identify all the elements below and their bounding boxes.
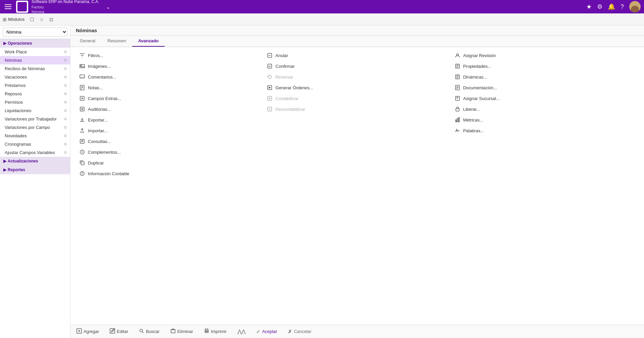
external-link-icon-ajustar: ⧉ [64,150,67,155]
toolbar-row: ⊞ Módulos ☐ ☆ ⊡ [0,13,644,26]
cancelar-button[interactable]: ✗ Cancelar [285,327,314,336]
tab-general[interactable]: General [74,36,101,47]
external-button[interactable]: ⊡ [49,17,53,22]
external-link-icon: ⧉ [64,50,67,54]
sidebar-item-workplace[interactable]: Work Place ⧉ [0,48,70,56]
action-contabilizar[interactable]: Contabilizar [263,93,451,103]
action-exportar[interactable]: Exportar... [76,115,263,125]
modules-button[interactable]: ⊞ Módulos [3,17,24,22]
sidebar-item-nominas[interactable]: Nóminas ⧉ [0,56,70,64]
comentarios-icon [79,74,85,80]
notas-icon [79,85,85,91]
action-filtros[interactable]: Filtros... [76,50,263,60]
sidebar-item-recibos[interactable]: Recibos de Nóminas ⧉ [0,64,70,73]
propiedades-icon [454,63,461,69]
section-actualizaciones[interactable]: ▶ Actualizaciones [0,157,70,165]
avatar[interactable] [629,1,641,12]
window-button[interactable]: ☐ [30,17,34,22]
sidebar-item-permisos[interactable]: Permisos ⧉ [0,98,70,106]
agregar-button[interactable]: Agregar [74,327,102,336]
cancelar-icon: ✗ [288,329,292,335]
section-operaciones[interactable]: ▶ Operaciones [0,39,70,48]
importar-label: Importar... [88,128,108,133]
action-confirmar[interactable]: Confirmar [263,61,451,71]
menu-button[interactable] [3,3,13,10]
action-dinamicas[interactable]: Dinámicas... [451,72,639,82]
action-asignar-revision[interactable]: Asignar Revisión [451,50,639,60]
gear-icon[interactable]: ⚙ [597,3,602,10]
svg-rect-31 [457,118,458,122]
action-palabras[interactable]: Palabras... [451,126,639,136]
sidebar-item-prestamos[interactable]: Préstamos ⧉ [0,81,70,90]
buscar-button[interactable]: Buscar [136,327,162,336]
imprimir-icon [204,328,209,335]
editar-button[interactable]: Editar [107,327,131,336]
module-select-container[interactable]: Nómina [0,26,70,39]
action-consultas[interactable]: Consultas... [76,136,263,146]
expand-button[interactable]: ⋀⋀ [235,327,248,336]
tab-resumen[interactable]: Resumen [101,36,132,47]
sidebar-item-variaciones-trabajador[interactable]: Variaciones por Trabajador ⧉ [0,115,70,123]
action-anular[interactable]: Anular [263,50,451,60]
favorite-button[interactable]: ☆ [40,17,44,22]
sidebar-item-novedades[interactable]: Novedades ⧉ [0,132,70,140]
action-campos-extras[interactable]: Campos Extras... [76,93,263,103]
action-reversar[interactable]: Reversar [263,72,451,82]
dropdown-arrow-icon[interactable]: ⌄ [106,4,110,10]
section-actualizaciones-label: Actualizaciones [8,159,38,163]
svg-rect-37 [81,162,84,165]
sidebar-label-nominas: Nóminas [5,58,22,63]
section-reportes-label: Reportes [8,167,25,172]
contabilizar-icon [267,95,273,101]
bell-icon[interactable]: 🔔 [608,3,615,10]
action-metricas[interactable]: Métricas... [451,115,639,125]
action-complementos[interactable]: Complementos... [76,147,263,157]
action-asignar-sucursal[interactable]: Asignar Sucursal... [451,93,639,103]
sidebar-label-variaciones-trabajador: Variaciones por Trabajador [5,116,57,122]
external-link-icon-var-trabajador: ⧉ [64,117,67,121]
module-select[interactable]: Nómina [3,28,67,37]
sidebar-item-ajustar-campos[interactable]: Ajustar Campos Variables ⧉ [0,148,70,157]
external-link-icon-vacaciones: ⧉ [64,75,67,79]
svg-rect-47 [171,330,175,333]
action-auditorias[interactable]: Auditorias... [76,104,263,114]
section-reportes-arrow: ▶ [3,167,6,172]
action-duplicar[interactable]: Duplicar [76,158,263,168]
action-imagenes[interactable]: Imágenes... [76,61,263,71]
sidebar-item-variaciones-campo[interactable]: Variaciones por Campo ⧉ [0,123,70,132]
duplicar-icon [79,160,85,166]
action-notas[interactable]: Notas... [76,83,263,93]
action-documentacion[interactable]: Documentación... [451,83,639,93]
generar-ordenes-label: Generar Órdenes... [275,85,313,90]
action-generar-ordenes[interactable]: Generar Órdenes... [263,83,451,93]
confirmar-label: Confirmar [275,64,294,69]
sidebar: Nómina ▶ Operaciones Work Place ⧉ Nómina… [0,26,70,338]
action-info-contable[interactable]: Información Contable [76,168,263,179]
main-layout: Nómina ▶ Operaciones Work Place ⧉ Nómina… [0,26,644,338]
documentacion-label: Documentación... [463,85,497,90]
external-link-icon-liquidaciones: ⧉ [64,108,67,113]
info-contable-label: Información Contable [88,171,129,176]
action-liberar[interactable]: Liberar... [451,104,639,114]
expand-icon: ⋀⋀ [237,329,246,335]
sidebar-item-liquidaciones[interactable]: Liquidaciones ⧉ [0,106,70,115]
eliminar-button[interactable]: Eliminar [168,327,196,336]
sidebar-item-cronogramas[interactable]: Cronogramas ⧉ [0,140,70,148]
imprimir-button[interactable]: Imprimir [201,327,229,336]
star-icon[interactable]: ★ [586,3,592,10]
svg-rect-34 [80,139,84,143]
generar-ordenes-icon [267,85,273,91]
tab-avanzado[interactable]: Avanzado [132,36,165,47]
section-reportes[interactable]: ▶ Reportes [0,165,70,174]
action-importar[interactable]: Importar... [76,126,263,136]
action-propiedades[interactable]: Propiedades... [451,61,639,71]
external-link-icon-novedades: ⧉ [64,134,67,138]
favorite-icon: ☆ [40,17,44,22]
sidebar-item-vacaciones[interactable]: Vacaciones ⧉ [0,73,70,81]
help-icon[interactable]: ? [621,3,624,10]
svg-point-45 [140,329,143,332]
aceptar-button[interactable]: ✓ Aceptar [254,327,280,336]
sidebar-item-reposos[interactable]: Reposos ⧉ [0,90,70,98]
action-comentarios[interactable]: Comentarios... [76,72,263,82]
action-descontabilizar[interactable]: Descontabilizar [263,104,451,114]
